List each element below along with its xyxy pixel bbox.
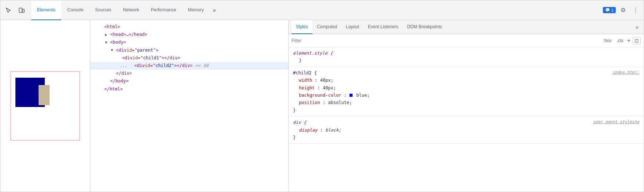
- dom-line-child1[interactable]: <div id="child1"></div>: [90, 54, 288, 62]
- styles-tabs: Styles Computed Layout Event Listeners D…: [289, 20, 644, 34]
- css-rules: element.style { } index.html: #child2 { …: [289, 47, 644, 192]
- css-source-child2[interactable]: index.html:: [612, 69, 639, 76]
- styles-panel: Styles Computed Layout Event Listeners D…: [289, 20, 644, 192]
- devtools-container: Elements Console Sources Network Perform…: [0, 0, 644, 192]
- tab-console[interactable]: Console: [61, 0, 89, 20]
- svg-rect-0: [19, 8, 22, 12]
- css-prop-width[interactable]: width : 40px;: [293, 77, 639, 84]
- hov-button[interactable]: :hov: [602, 37, 613, 44]
- badge-message-button[interactable]: 💬 1: [603, 7, 616, 13]
- tab-bar: Elements Console Sources Network Perform…: [0, 0, 644, 20]
- css-selector-line-div: user agent styleshe div {: [293, 119, 639, 126]
- tab-elements[interactable]: Elements: [31, 0, 61, 20]
- cursor-icon[interactable]: [3, 5, 14, 15]
- css-rule-element-style: element.style { }: [289, 47, 644, 67]
- filter-controls: :hov .cls + ⊡: [602, 37, 641, 44]
- settings-icon[interactable]: ⚙: [618, 5, 628, 15]
- tab-more-button[interactable]: »: [210, 7, 219, 14]
- tab-performance[interactable]: Performance: [145, 0, 182, 20]
- tab-network[interactable]: Network: [117, 0, 145, 20]
- styles-tab-styles[interactable]: Styles: [292, 20, 312, 34]
- filter-input[interactable]: [292, 38, 599, 43]
- new-style-rule-button[interactable]: ⊡: [633, 37, 641, 44]
- dom-line-body[interactable]: ▼ <body>: [90, 38, 288, 46]
- cls-button[interactable]: .cls: [615, 37, 625, 44]
- expand-icon: ▶: [105, 32, 110, 38]
- styles-tab-more[interactable]: »: [633, 24, 641, 30]
- styles-tab-event-listeners[interactable]: Event Listeners: [363, 20, 403, 34]
- add-style-button[interactable]: +: [627, 37, 630, 44]
- dom-line-child2[interactable]: ... <div id="child2"></div> == $0: [90, 62, 288, 70]
- dom-line-close-div[interactable]: </div>: [90, 70, 288, 77]
- dom-line-html[interactable]: <html>: [90, 23, 288, 31]
- css-selector-line: element.style {: [293, 49, 639, 57]
- styles-tab-layout[interactable]: Layout: [341, 20, 363, 34]
- css-rule-div-ua: user agent styleshe div { display : bloc…: [289, 117, 644, 144]
- message-icon: 💬: [605, 8, 610, 12]
- tab-memory[interactable]: Memory: [182, 0, 210, 20]
- css-prop-position[interactable]: position : absolute;: [293, 99, 639, 106]
- filter-bar: :hov .cls + ⊡: [289, 34, 644, 47]
- dom-panel: <html> ▶ <head>…</head> ▼ <body> ▼ <div …: [90, 20, 289, 192]
- tab-bar-right: 💬 1 ⚙ ⋮: [603, 5, 641, 15]
- styles-tab-dom-breakpoints[interactable]: DOM Breakpoints: [403, 20, 446, 34]
- dom-line-close-body[interactable]: </body>: [90, 77, 288, 85]
- dom-line-parent[interactable]: ▼ <div id="parent">: [90, 47, 288, 54]
- device-icon[interactable]: [17, 5, 27, 15]
- styles-tab-computed[interactable]: Computed: [312, 20, 341, 34]
- tab-bar-icons: [3, 5, 27, 15]
- css-rule-child2: index.html: #child2 { width : 40px; heig…: [289, 67, 644, 117]
- preview-box: [10, 71, 80, 141]
- css-prop-display[interactable]: display : block;: [293, 126, 639, 134]
- svg-rect-1: [22, 9, 24, 12]
- css-close-brace: }: [293, 57, 639, 64]
- preview-panel: [0, 20, 90, 192]
- css-prop-background-color[interactable]: background-color : blue;: [293, 92, 639, 99]
- dom-line-head[interactable]: ▶ <head>…</head>: [90, 31, 288, 38]
- color-swatch-blue[interactable]: [349, 93, 353, 97]
- more-options-icon[interactable]: ⋮: [630, 5, 641, 15]
- css-prop-height[interactable]: height : 40px;: [293, 84, 639, 92]
- dom-line-close-html[interactable]: </html>: [90, 85, 288, 93]
- css-selector-line-child2: index.html: #child2 {: [293, 69, 639, 77]
- css-close-brace-child2: }: [293, 107, 639, 114]
- preview-tan-rect: [39, 85, 50, 105]
- tab-sources[interactable]: Sources: [89, 0, 117, 20]
- collapse-icon: ▼: [111, 47, 116, 53]
- main-content: <html> ▶ <head>…</head> ▼ <body> ▼ <div …: [0, 20, 644, 192]
- collapse-icon: ▼: [105, 40, 110, 45]
- css-close-brace-div: }: [293, 134, 639, 141]
- css-source-div[interactable]: user agent styleshe: [593, 119, 639, 126]
